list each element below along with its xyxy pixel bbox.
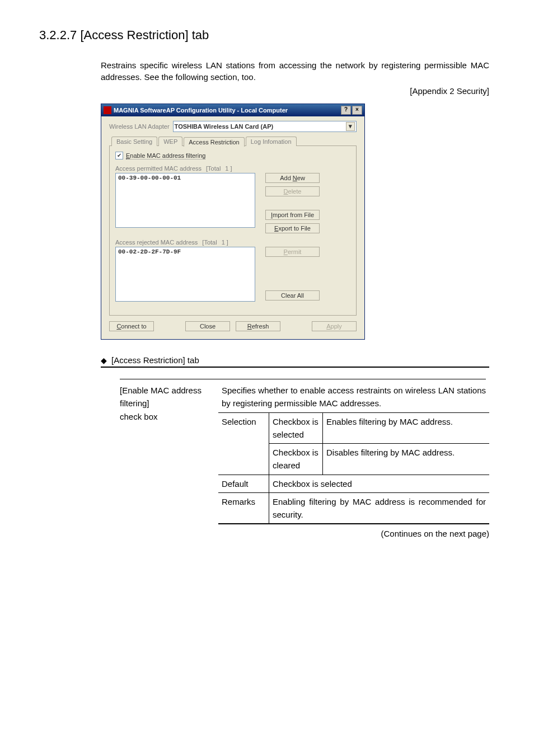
appendix-reference: [Appendix 2 Security] xyxy=(39,86,489,96)
clear-all-button[interactable]: Clear All xyxy=(265,290,320,300)
default-label-cell: Default xyxy=(218,475,269,492)
add-new-button[interactable]: Add New xyxy=(265,173,320,183)
close-dialog-button[interactable]: Close xyxy=(185,321,230,331)
rejected-mac-listbox[interactable]: 00-02-2D-2F-7D-9F xyxy=(115,247,255,302)
adapter-value: TOSHIBA Wireless LAN Card (AP) xyxy=(175,123,274,130)
help-button[interactable]: ? xyxy=(341,106,351,115)
app-icon xyxy=(104,106,111,114)
section-heading: 3.2.2.7 [Access Restriction] tab xyxy=(39,28,495,43)
selection-state-on-cell: Checkbox is selected xyxy=(269,412,323,444)
control-description-cell: Specifies whether to enable access restr… xyxy=(218,382,489,412)
close-button[interactable]: × xyxy=(352,106,362,115)
control-name-cell: [Enable MAC address filtering] check box xyxy=(116,382,218,524)
remarks-label-cell: Remarks xyxy=(218,492,269,523)
selection-label-cell: Selection xyxy=(218,412,269,475)
permitted-group-label: Access permitted MAC address [Total 1 ] xyxy=(115,165,350,172)
tab-log-information[interactable]: Log Infomation xyxy=(246,137,297,146)
adapter-label: Wireless LAN Adapter xyxy=(109,123,170,130)
connect-to-button[interactable]: Connect to xyxy=(109,321,154,331)
default-value-cell: Checkbox is selected xyxy=(269,475,490,492)
refresh-button[interactable]: Refresh xyxy=(236,321,280,331)
rejected-group-label: Access rejected MAC address [Total 1 ] xyxy=(115,239,350,246)
import-from-file-button[interactable]: Import from File xyxy=(265,210,320,220)
adapter-select[interactable]: TOSHIBA Wireless LAN Card (AP) ▾ xyxy=(173,121,357,132)
remarks-value-cell: Enabling filtering by MAC address is rec… xyxy=(269,492,490,523)
divider xyxy=(101,367,489,368)
intro-paragraph: Restrains specific wireless LAN stations… xyxy=(101,59,489,83)
chevron-down-icon[interactable]: ▾ xyxy=(346,122,355,131)
enable-mac-filtering-checkbox[interactable]: ✔ xyxy=(115,152,123,159)
tab-access-restriction[interactable]: Access Restriction xyxy=(184,137,244,147)
window-title: MAGNIA SoftwareAP Configuration Utility … xyxy=(114,107,340,114)
tab-strip: Basic Setting WEP Access Restriction Log… xyxy=(109,137,357,146)
dialog-window: MAGNIA SoftwareAP Configuration Utility … xyxy=(101,104,365,340)
export-to-file-button[interactable]: Export to File xyxy=(265,223,320,233)
divider xyxy=(120,379,486,379)
selection-state-off-cell: Checkbox is cleared xyxy=(269,444,323,475)
list-item[interactable]: 00-02-2D-2F-7D-9F xyxy=(118,248,252,255)
titlebar: MAGNIA SoftwareAP Configuration Utility … xyxy=(101,104,364,116)
permitted-mac-listbox[interactable]: 00-39-00-00-00-01 xyxy=(115,173,255,228)
list-item[interactable]: 00-39-00-00-00-01 xyxy=(118,175,252,181)
divider xyxy=(218,523,489,524)
continuation-note: (Continues on the next page) xyxy=(39,529,489,538)
apply-button[interactable]: Apply xyxy=(312,321,357,331)
subsection-heading: ◆ [Access Restriction] tab xyxy=(101,355,495,365)
enable-mac-filtering-label: Enable MAC address filtering xyxy=(126,152,205,159)
diamond-bullet-icon: ◆ xyxy=(101,356,107,365)
permit-button[interactable]: Permit xyxy=(265,247,320,257)
subsection-title: [Access Restriction] tab xyxy=(111,355,199,365)
tab-wep[interactable]: WEP xyxy=(158,137,182,146)
tab-basic-setting[interactable]: Basic Setting xyxy=(111,137,157,146)
control-description-table: [Enable MAC address filtering] check box… xyxy=(116,377,489,524)
delete-button[interactable]: Delete xyxy=(265,186,320,196)
selection-off-desc-cell: Disables filtering by MAC address. xyxy=(323,444,490,475)
selection-on-desc-cell: Enables filtering by MAC address. xyxy=(323,412,490,444)
tab-panel: ✔ Enable MAC address filtering Access pe… xyxy=(109,145,357,316)
